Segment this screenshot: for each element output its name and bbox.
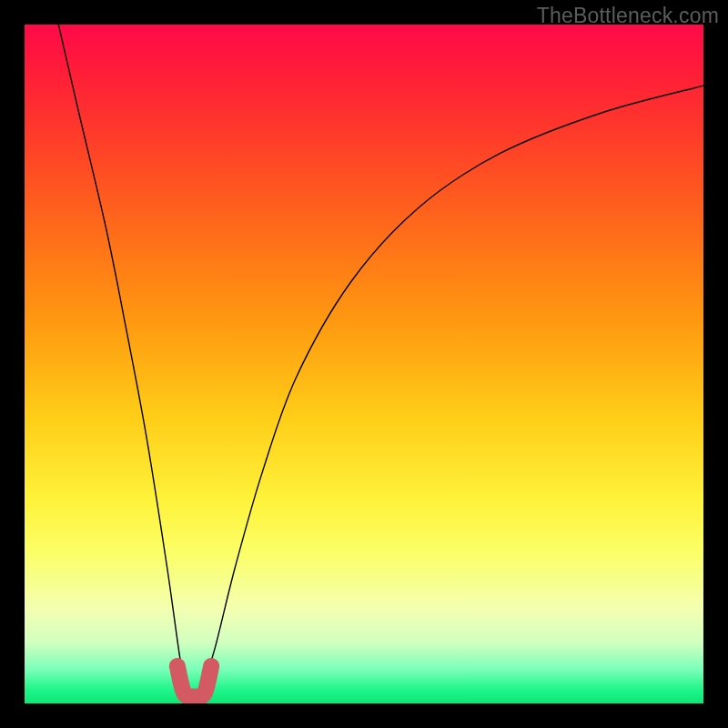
curve-left-branch xyxy=(58,25,187,690)
curve-right-branch xyxy=(201,86,703,690)
chart-svg xyxy=(25,25,703,703)
chart-frame xyxy=(25,25,703,703)
bottom-arc xyxy=(177,666,211,697)
